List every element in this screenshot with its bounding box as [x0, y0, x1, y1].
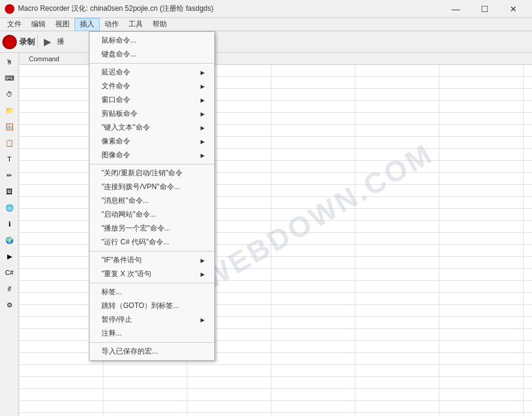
- dropdown-item-----[interactable]: 文件命令: [89, 79, 214, 93]
- condition-tool-button[interactable]: if: [2, 281, 17, 297]
- dropdown-separator: [89, 251, 214, 252]
- settings-tool-button[interactable]: ⚙: [2, 297, 17, 313]
- window-tool-button[interactable]: 🪟: [2, 119, 17, 134]
- record-area: 录制: [2, 35, 35, 49]
- timer-tool-button[interactable]: ⏱: [2, 86, 17, 102]
- maximize-button[interactable]: ☐: [471, 1, 498, 17]
- menu-item-工具[interactable]: 工具: [124, 18, 148, 31]
- text-tool-button[interactable]: T: [2, 151, 17, 167]
- dropdown-item-----[interactable]: 延迟命令: [89, 65, 214, 79]
- menu-item-帮助[interactable]: 帮助: [148, 18, 172, 31]
- keyboard-tool-button[interactable]: ⌨: [2, 70, 17, 86]
- pencil-tool-button[interactable]: ✏: [2, 167, 17, 183]
- dropdown-item---------[interactable]: "键入文本"命令: [89, 121, 214, 134]
- play-label: 播: [56, 37, 65, 47]
- dropdown-item--------[interactable]: 鼠标命令...: [89, 34, 214, 47]
- dropdown-item---------------[interactable]: "关闭/重新启动/注销"命令: [89, 166, 214, 180]
- play-button[interactable]: ▶: [40, 35, 55, 49]
- menu-item-视图[interactable]: 视图: [50, 18, 74, 31]
- dropdown-separator: [89, 63, 214, 64]
- dropdown-item------[interactable]: 暂停/停止: [89, 313, 214, 327]
- sidebar: 🖱⌨⏱📁🪟📋T✏🖼🌐ℹ🌍▶C#if⚙: [0, 53, 19, 416]
- menu-item-文件[interactable]: 文件: [2, 18, 26, 31]
- insert-dropdown-menu: 鼠标命令...键盘命令...延迟命令文件命令窗口命令剪贴板命令"键入文本"命令像…: [89, 31, 215, 361]
- title-bar-text: Macro Recorder 汉化: china0sen 52pojie.cn …: [18, 4, 442, 14]
- dropdown-item------------[interactable]: "启动网站"命令...: [89, 208, 214, 222]
- separator-1: [37, 35, 38, 49]
- mouse-tool-button[interactable]: 🖱: [2, 54, 17, 70]
- menu-item-插入[interactable]: 插入: [74, 18, 100, 31]
- dropdown-item--------VPN------[interactable]: "连接到拨号/VPN"命令...: [89, 180, 214, 194]
- csharp-tool-button[interactable]: C#: [2, 265, 17, 280]
- record-label: 录制: [19, 37, 35, 47]
- toolbar: 录制 ▶ 播: [0, 31, 532, 53]
- file-tool-button[interactable]: 📁: [2, 103, 17, 118]
- record-button[interactable]: [2, 35, 17, 49]
- dropdown-item------[interactable]: 标签...: [89, 285, 214, 299]
- clipboard-tool-button[interactable]: 📋: [2, 135, 17, 151]
- play-tool-button[interactable]: ▶: [2, 249, 17, 264]
- menu-item-动作[interactable]: 动作: [100, 18, 124, 31]
- title-bar-controls: — ☐ ✕: [442, 1, 527, 17]
- dropdown-item-----X-----[interactable]: "重复 X 次"语句: [89, 267, 214, 281]
- menu-item-编辑[interactable]: 编辑: [26, 18, 50, 31]
- dropdown-item-----------[interactable]: "消息框"命令...: [89, 194, 214, 208]
- globe-tool-button[interactable]: 🌐: [2, 200, 17, 216]
- minimize-button[interactable]: —: [442, 1, 470, 17]
- dropdown-separator: [89, 342, 214, 343]
- dropdown-item-----[interactable]: 图像命令: [89, 148, 214, 162]
- menu-bar: 文件编辑视图插入动作工具帮助: [0, 18, 532, 31]
- dropdown-item--------[interactable]: 键盘命令...: [89, 47, 214, 61]
- dropdown-item--IF-----[interactable]: "IF"条件语句: [89, 253, 214, 267]
- dropdown-item------[interactable]: 剪贴板命令: [89, 107, 214, 121]
- dropdown-separator: [89, 164, 214, 164]
- dropdown-item--------------[interactable]: "播放另一个宏"命令...: [89, 222, 214, 235]
- dropdown-item-----[interactable]: 像素命令: [89, 134, 214, 148]
- dropdown-item----GOTO-------[interactable]: 跳转（GOTO）到标签...: [89, 299, 214, 313]
- info-tool-button[interactable]: ℹ: [2, 216, 17, 232]
- dropdown-separator: [89, 283, 214, 283]
- main-area: 🖱⌨⏱📁🪟📋T✏🖼🌐ℹ🌍▶C#if⚙ Command WWW.WEBDOWN.C…: [0, 53, 532, 416]
- title-bar: Macro Recorder 汉化: china0sen 52pojie.cn …: [0, 0, 532, 18]
- close-button[interactable]: ✕: [500, 1, 527, 17]
- earth-tool-button[interactable]: 🌍: [2, 232, 17, 248]
- image-tool-button[interactable]: 🖼: [2, 184, 17, 199]
- dropdown-item-----------[interactable]: 导入已保存的宏...: [89, 345, 214, 358]
- dropdown-item-----C----------[interactable]: "运行 C# 代码"命令...: [89, 235, 214, 249]
- app-icon: [5, 4, 14, 14]
- dropdown-item-----[interactable]: 窗口命令: [89, 93, 214, 107]
- dropdown-item------[interactable]: 注释...: [89, 327, 214, 340]
